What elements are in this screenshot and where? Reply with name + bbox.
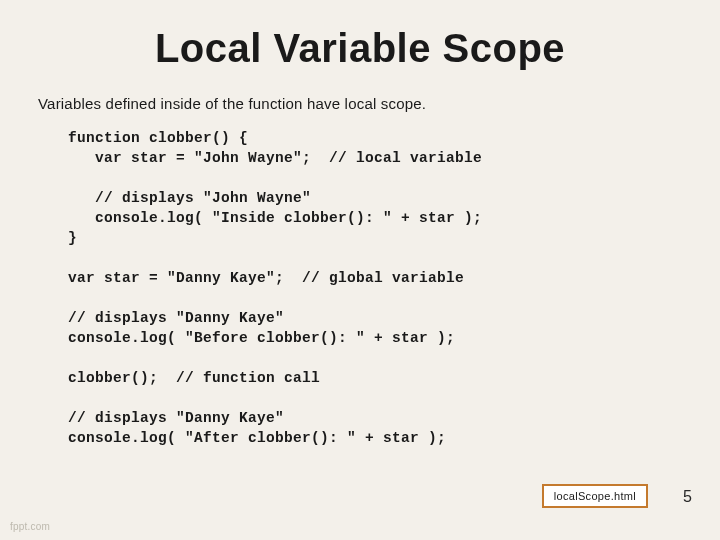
code-snippet: function clobber() { var star = "John Wa…	[68, 128, 682, 448]
watermark: fppt.com	[10, 521, 50, 532]
slide-subtitle: Variables defined inside of the function…	[38, 95, 682, 112]
slide: Local Variable Scope Variables defined i…	[0, 0, 720, 540]
file-badge: localScope.html	[542, 484, 648, 508]
slide-title: Local Variable Scope	[38, 26, 682, 71]
page-number: 5	[683, 488, 692, 506]
